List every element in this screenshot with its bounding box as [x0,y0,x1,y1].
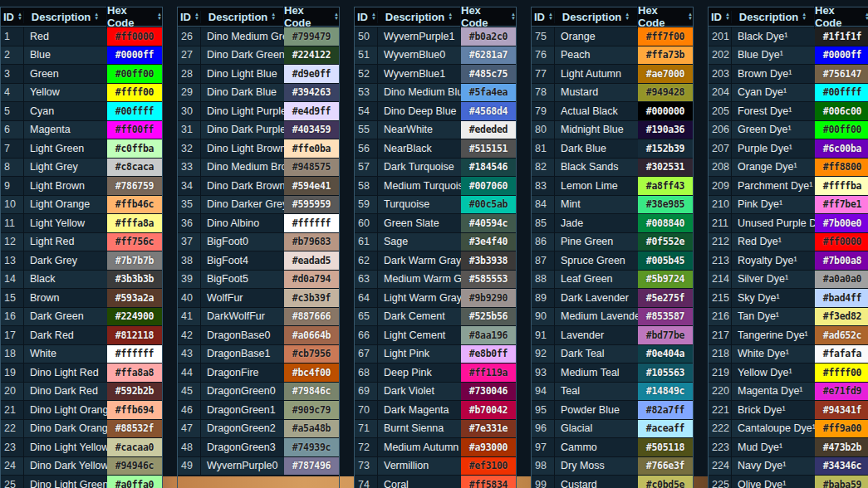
column-header-hex-code[interactable]: Hex Code▲▼ [283,4,339,29]
color-id-cell: 82 [532,159,554,177]
color-id-cell: 216 [709,308,731,326]
hex-code-swatch: #ff7f00 [638,27,693,46]
column-header-hex-code[interactable]: Hex Code▲▼ [460,4,516,29]
color-id-cell: 15 [1,289,23,307]
color-description-cell: Magenta [23,121,107,139]
table-row: 24Dino Dark Yellow#94946c [1,456,162,476]
sort-icon: ▲▼ [194,12,199,20]
color-description-cell: Brown [23,289,107,307]
color-id-cell: 222 [709,420,731,438]
table-row: 59Turquoise#00c5ab [355,195,516,214]
column-header-description[interactable]: Description▲▼ [731,11,814,23]
column-header-hex-code[interactable]: Hex Code▲▼ [814,4,868,29]
column-header-id[interactable]: ID▲▼ [178,11,200,23]
hex-code-swatch: #eadad5 [284,251,339,270]
hex-code-swatch: #473b2b [815,438,868,456]
color-id-cell: 74 [355,476,377,488]
column-header-id[interactable]: ID▲▼ [709,11,731,23]
hex-code-swatch: #e8b0ff [461,345,516,364]
hex-code-swatch: #82a7ff [638,401,693,419]
color-tables-container: ID▲▼Description▲▼Hex Code▲▼1Red#ff00002B… [0,0,868,488]
color-id-cell: 32 [178,139,200,158]
table-row: 45DragonGreen0#79846c [178,382,339,401]
table-header-row: ID▲▼Description▲▼Hex Code▲▼ [355,7,516,27]
sort-icon: ▲▼ [157,12,162,20]
color-description-cell: Magenta Dye¹ [731,383,815,401]
hex-code-swatch: #949428 [638,84,693,102]
color-id-cell: 50 [355,27,377,46]
color-description-cell: Dino Medium Green [200,27,284,46]
sort-icon: ▲▼ [448,12,453,20]
column-header-description[interactable]: Description▲▼ [200,11,283,23]
color-description-cell: Teal [554,383,638,401]
color-description-cell: Dino Light Green [23,476,107,488]
color-id-cell: 210 [709,196,731,214]
hex-code-swatch: #fafafa [815,345,868,364]
hex-code-swatch: #74939c [284,438,339,456]
color-id-cell: 97 [532,438,554,456]
color-id-cell: 87 [532,251,554,270]
sort-icon: ▲▼ [271,12,276,20]
hex-code-swatch: #3b3b3b [107,271,162,289]
table-row: 46DragonGreen1#909c79 [178,400,339,419]
color-id-cell: 39 [178,271,200,289]
color-id-cell: 84 [532,196,554,214]
table-row: 15Brown#593a2a [1,288,162,307]
color-id-cell: 64 [355,289,377,307]
column-header-description[interactable]: Description▲▼ [554,11,637,23]
color-id-cell: 31 [178,121,200,139]
column-header-id[interactable]: ID▲▼ [355,11,377,23]
color-id-cell: 66 [355,326,377,344]
color-id-cell: 36 [178,214,200,232]
color-id-cell: 219 [709,364,731,382]
color-description-cell: Vermillion [377,457,461,476]
table-row: 2Blue#0000ff [1,46,162,65]
sort-icon: ▲▼ [688,12,693,20]
table-row: 29Dino Dark Blue#394263 [178,83,339,102]
color-id-cell: 202 [709,46,731,65]
color-id-cell: 9 [1,177,23,195]
sort-icon: ▲▼ [371,12,376,20]
color-id-cell: 93 [532,364,554,382]
table-row: 81Dark Blue#152b39 [532,139,693,158]
color-description-cell: Dino Light Yellow [23,438,107,456]
color-table-3: ID▲▼Description▲▼Hex Code▲▼50WyvernPurpl… [354,7,517,488]
sort-down-arrow: ▼ [511,17,516,21]
color-id-cell: 58 [355,177,377,195]
hex-code-swatch: #baba59 [815,476,868,488]
hex-code-swatch: #190a36 [638,121,693,139]
hex-code-swatch: #a5a48b [284,420,339,438]
column-header-id[interactable]: ID▲▼ [532,11,554,23]
hex-code-swatch: #ffff00 [815,364,868,382]
color-description-cell: Light Orange [23,196,107,214]
table-row: 80Midnight Blue#190a36 [532,120,693,139]
hex-code-swatch: #00c5ab [461,196,516,214]
table-row: 57Dark Turquoise#184546 [355,158,516,177]
hex-code-swatch: #c0ffba [107,139,162,158]
table-row: 7Light Green#c0ffba [1,139,162,158]
color-id-cell: 45 [178,383,200,401]
column-header-hex-code[interactable]: Hex Code▲▼ [106,4,162,29]
color-id-cell: 34 [178,177,200,195]
color-id-cell: 62 [355,251,377,270]
color-description-cell: Dark Magenta [377,401,461,419]
table-row: 204Cyan Dye¹#00ffff [709,83,868,102]
color-description-cell: Blue [23,46,107,65]
table-row: 71Burnt Sienna#7e331e [355,419,516,438]
table-row: 60Green Slate#40594c [355,213,516,232]
color-id-cell: 8 [1,159,23,177]
column-header-description[interactable]: Description▲▼ [377,11,460,23]
column-header-description[interactable]: Description▲▼ [23,11,106,23]
color-id-cell: 63 [355,271,377,289]
color-id-cell: 4 [1,84,23,102]
table-row: 26Dino Medium Green#799479 [178,27,339,46]
column-header-id[interactable]: ID▲▼ [1,11,23,23]
table-row: 77Light Autumn#ae7000 [532,64,693,83]
table-row: 68Deep Pink#ff119a [355,363,516,382]
table-row: 219Yellow Dye¹#ffff00 [709,363,868,382]
table-row: 78Mustard#949428 [532,83,693,102]
column-header-hex-code[interactable]: Hex Code▲▼ [637,4,693,29]
hex-code-swatch: #766e3f [638,457,693,476]
hex-code-swatch: #0f552e [638,233,693,251]
color-description-cell: Dino Light Purple [200,102,284,120]
